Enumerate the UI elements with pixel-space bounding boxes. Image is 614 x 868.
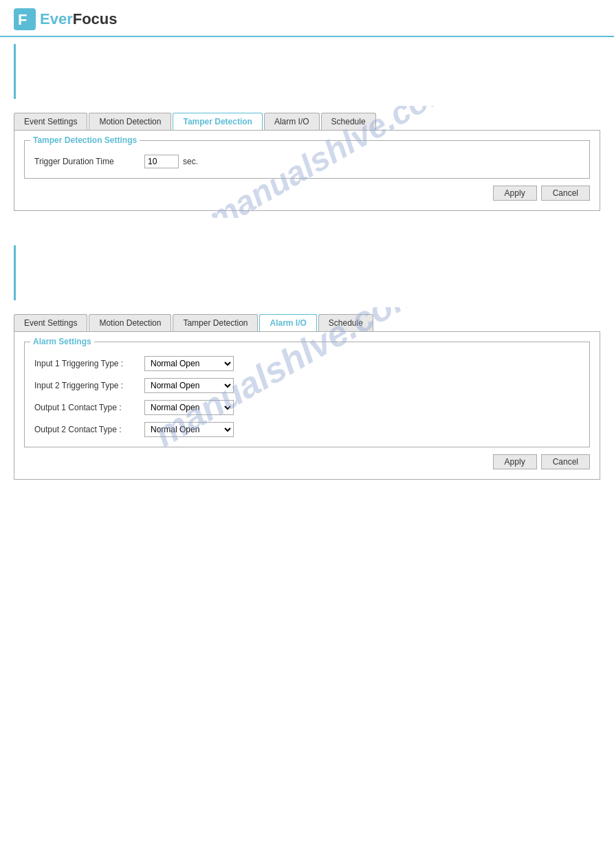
alarm-settings-group: Alarm Settings Input 1 Triggering Type :… xyxy=(24,342,590,447)
panel2-apply-button[interactable]: Apply xyxy=(493,454,537,469)
tab-event-settings-2[interactable]: Event Settings xyxy=(14,314,87,331)
logo: F EverFocus xyxy=(14,8,600,30)
section-box-2 xyxy=(14,245,600,300)
logo-text: EverFocus xyxy=(40,10,118,28)
panel1-cancel-button[interactable]: Cancel xyxy=(541,186,590,201)
tab-tamper-detection-1[interactable]: Tamper Detection xyxy=(173,113,262,130)
panel-1-wrap: Event Settings Motion Detection Tamper D… xyxy=(0,106,614,218)
output1-row: Output 1 Contact Type : Normal Open Norm… xyxy=(34,400,580,415)
input1-row: Input 1 Triggering Type : Normal Open No… xyxy=(34,356,580,371)
input2-label: Input 2 Triggering Type : xyxy=(34,381,144,390)
tamper-settings-group: Tamper Detection Settings Trigger Durati… xyxy=(24,140,590,179)
tab-motion-detection-2[interactable]: Motion Detection xyxy=(89,314,171,331)
output2-row: Output 2 Contact Type : Normal Open Norm… xyxy=(34,422,580,437)
input1-label: Input 1 Triggering Type : xyxy=(34,359,144,368)
trigger-duration-unit: sec. xyxy=(183,157,198,166)
section-box-1 xyxy=(14,44,600,99)
spacer-1 xyxy=(0,218,614,238)
logo-icon: F xyxy=(14,8,36,30)
svg-text:F: F xyxy=(18,11,27,28)
tab-bar-1: Event Settings Motion Detection Tamper D… xyxy=(14,113,600,130)
tab-alarm-io-1[interactable]: Alarm I/O xyxy=(264,113,320,130)
tab-tamper-detection-2[interactable]: Tamper Detection xyxy=(173,314,258,331)
panel2-cancel-button[interactable]: Cancel xyxy=(541,454,590,469)
trigger-duration-input[interactable] xyxy=(144,155,179,168)
output1-label: Output 1 Contact Type : xyxy=(34,403,144,412)
header: F EverFocus xyxy=(0,0,614,37)
panel2-button-row: Apply Cancel xyxy=(24,454,590,469)
tab-schedule-2[interactable]: Schedule xyxy=(318,314,373,331)
panel1-button-row: Apply Cancel xyxy=(24,186,590,201)
panel1-apply-button[interactable]: Apply xyxy=(493,186,537,201)
tab-event-settings-1[interactable]: Event Settings xyxy=(14,113,87,130)
input2-select[interactable]: Normal Open Normal Closed xyxy=(144,378,234,393)
tab-bar-2: Event Settings Motion Detection Tamper D… xyxy=(14,314,600,331)
tamper-settings-title: Tamper Detection Settings xyxy=(30,135,140,145)
tab-motion-detection-1[interactable]: Motion Detection xyxy=(89,113,171,130)
input1-select[interactable]: Normal Open Normal Closed xyxy=(144,356,234,371)
tab-alarm-io-2[interactable]: Alarm I/O xyxy=(259,314,316,331)
output2-select[interactable]: Normal Open Normal Closed xyxy=(144,422,234,437)
tab-schedule-1[interactable]: Schedule xyxy=(321,113,376,130)
trigger-duration-label: Trigger Duration Time xyxy=(34,157,144,166)
trigger-duration-row: Trigger Duration Time sec. xyxy=(34,155,580,168)
output1-select[interactable]: Normal Open Normal Closed xyxy=(144,400,234,415)
output2-label: Output 2 Contact Type : xyxy=(34,425,144,434)
input2-row: Input 2 Triggering Type : Normal Open No… xyxy=(34,378,580,393)
content-panel-2: Alarm Settings Input 1 Triggering Type :… xyxy=(14,331,600,480)
alarm-settings-title: Alarm Settings xyxy=(30,337,94,346)
content-panel-1: Tamper Detection Settings Trigger Durati… xyxy=(14,130,600,211)
panel-2-wrap: Event Settings Motion Detection Tamper D… xyxy=(0,307,614,487)
